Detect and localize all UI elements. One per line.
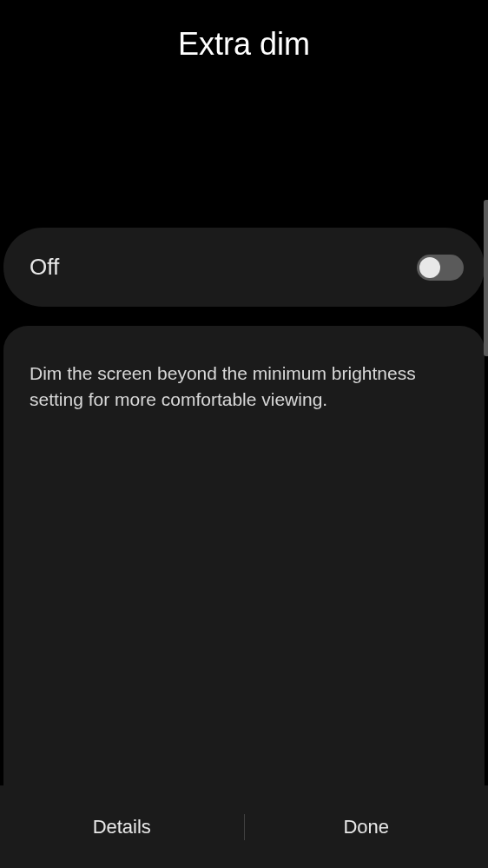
toggle-knob	[419, 257, 440, 278]
page-title: Extra dim	[0, 0, 488, 80]
details-button[interactable]: Details	[0, 798, 244, 856]
bottom-bar: Details Done	[0, 785, 488, 868]
extra-dim-toggle-row[interactable]: Off	[3, 228, 485, 307]
toggle-state-label: Off	[30, 254, 59, 281]
scroll-indicator[interactable]	[484, 200, 488, 356]
extra-dim-toggle[interactable]	[417, 255, 464, 281]
done-button[interactable]: Done	[245, 798, 489, 856]
description-text: Dim the screen beyond the minimum bright…	[30, 361, 458, 414]
